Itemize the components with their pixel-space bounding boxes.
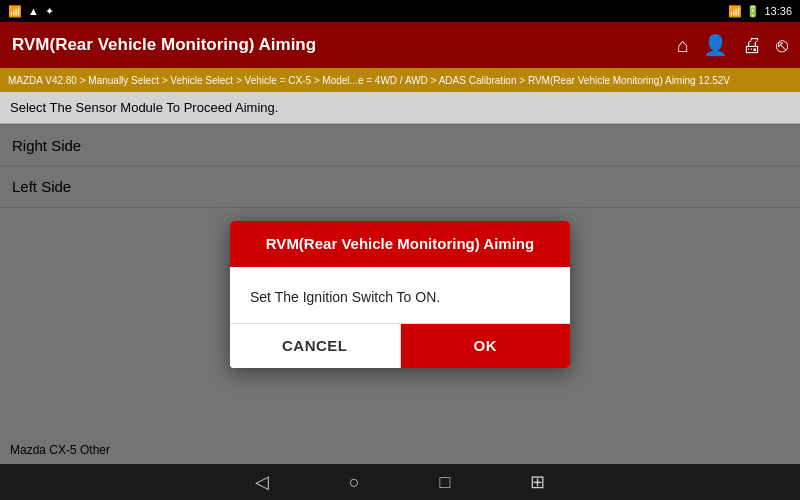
page-title: RVM(Rear Vehicle Monitoring) Aiming [12,35,316,55]
status-right-icons: 📶 🔋 13:36 [728,5,792,18]
header-icons: ⌂ 👤 🖨 ⎋ [677,33,788,57]
back-nav-icon[interactable]: ◁ [255,471,269,493]
recents-nav-icon[interactable]: □ [440,472,451,493]
app-nav-icon[interactable]: ⊞ [530,471,545,493]
star-icon: ✦ [45,5,54,18]
dialog-body: Set The Ignition Switch To ON. [230,267,570,323]
time-display: 13:36 [764,5,792,17]
status-bar: 📶 ▲ ✦ 📶 🔋 13:36 [0,0,800,22]
instruction-bar: Select The Sensor Module To Proceed Aimi… [0,92,800,124]
bluetooth-icon: 📶 [728,5,742,18]
signal-icon: ▲ [28,5,39,17]
ok-button[interactable]: OK [401,324,571,368]
breadcrumb-text: MAZDA V42.80 > Manually Select > Vehicle… [8,75,730,86]
main-content: Right Side Left Side RVM(Rear Vehicle Mo… [0,124,800,464]
nav-bar: ◁ ○ □ ⊞ [0,464,800,500]
breadcrumb: MAZDA V42.80 > Manually Select > Vehicle… [0,68,800,92]
home-nav-icon[interactable]: ○ [349,472,360,493]
battery-icon: 🔋 [746,5,760,18]
header: RVM(Rear Vehicle Monitoring) Aiming ⌂ 👤 … [0,22,800,68]
exit-icon[interactable]: ⎋ [776,34,788,57]
dialog-message: Set The Ignition Switch To ON. [250,289,440,305]
modal-overlay: RVM(Rear Vehicle Monitoring) Aiming Set … [0,124,800,464]
status-left-icons: 📶 ▲ ✦ [8,5,54,18]
dialog: RVM(Rear Vehicle Monitoring) Aiming Set … [230,221,570,368]
print-icon[interactable]: 🖨 [742,34,762,57]
wifi-icon: 📶 [8,5,22,18]
instruction-text: Select The Sensor Module To Proceed Aimi… [10,100,278,115]
home-icon[interactable]: ⌂ [677,34,689,57]
cancel-button[interactable]: CANCEL [230,324,401,368]
dialog-title: RVM(Rear Vehicle Monitoring) Aiming [266,235,534,252]
dialog-buttons: CANCEL OK [230,323,570,368]
user-icon[interactable]: 👤 [703,33,728,57]
dialog-header: RVM(Rear Vehicle Monitoring) Aiming [230,221,570,267]
